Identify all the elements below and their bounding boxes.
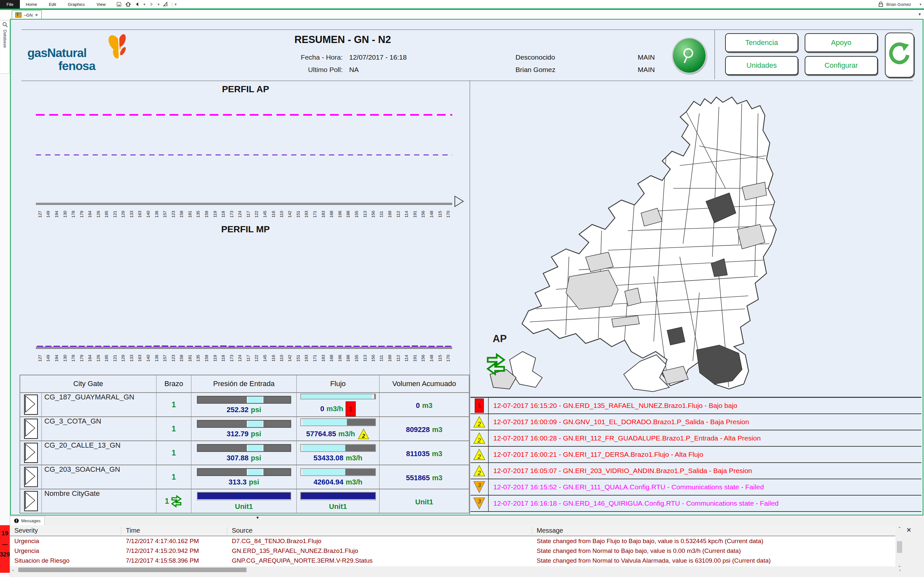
messages-col-header-message[interactable]: Message [532,527,895,534]
x-tick-label: 115 [436,350,444,367]
low-limit-tick [178,346,184,347]
alarm-severity-icon-cell: 3 [470,479,489,495]
bar-slot [252,203,261,204]
alarm-row[interactable]: 212-07-2017 16:00:09 - GN.GNV_101_EL_DOR… [470,414,921,430]
low-limit-tick [162,346,168,347]
low-limit-tick [262,346,268,347]
bar-slot [52,347,61,348]
database-dock-tab[interactable]: Database [1,20,10,74]
messages-tab[interactable]: Messages [10,516,45,525]
svg-text:3: 3 [478,498,481,504]
bar-slot [78,203,86,204]
goto-display-icon[interactable] [24,491,38,511]
message-row[interactable]: Urgencia7/12/2017 4:17:40.162 PMD7.CG_84… [10,536,895,546]
flujo-unit-label: Unit1 [329,502,347,511]
messages-col-header-source[interactable]: Source [227,527,532,534]
row-goto-cell[interactable] [20,417,42,441]
x-tick-label: 173 [228,206,236,223]
menu-item-home[interactable]: Home [20,0,43,8]
tabstrip-dropdown-icon[interactable]: ▾ [918,12,921,17]
swap-icon[interactable] [170,494,183,508]
messages-col-header-time[interactable]: Time [121,527,227,534]
ap-bar [144,203,153,204]
row-goto-cell[interactable] [20,441,42,465]
row-goto-cell[interactable] [20,489,42,513]
x-tick-label: 169 [386,350,394,367]
tab-gn[interactable]: ~GN ✕ [12,10,42,19]
tab-close-icon[interactable]: ✕ [35,13,38,17]
messages-col-header-severity[interactable]: Severity [10,527,121,534]
goto-display-icon[interactable] [24,467,38,487]
forward-dropdown-icon[interactable]: ▾ [158,2,160,6]
low-limit-tick [95,346,102,347]
alarm-row[interactable]: 212-07-2017 16:05:07 - GN.ERI_203_VIDRIO… [470,463,921,479]
splitter-handle[interactable]: ▼ [251,516,264,520]
row-goto-cell[interactable] [20,393,42,417]
back-icon[interactable] [134,1,140,7]
message-row[interactable]: Situacion de Riesgo7/12/2017 4:15:58.396… [10,556,895,566]
low-limit-tick [37,346,43,347]
layer-swap-icon[interactable] [484,351,508,377]
vscroll-thumb[interactable] [897,541,902,553]
message-row[interactable]: Urgencia7/12/2017 4:15:20.942 PMGN.ERD_1… [10,546,895,556]
brazo-cell: 1 [157,393,191,417]
row-goto-cell[interactable] [20,465,42,489]
x-tick-label: 157 [161,206,169,223]
alarm-row[interactable]: 212-07-2017 16:00:28 - GN.ERI_112_FR_GUA… [470,430,921,446]
toolbar-options-icon[interactable]: ▾ [172,2,177,6]
low-limit-tick [237,346,243,347]
ruler-icon[interactable] [163,1,168,7]
user-dropdown-icon[interactable]: ▾ [919,2,921,6]
presion-cell: 313.3psi [191,465,297,489]
messages-vertical-scrollbar[interactable]: ⌃ ⌄ [896,525,903,569]
back-dropdown-icon[interactable]: ▾ [144,2,145,6]
city-map[interactable] [471,48,912,392]
volumen-cell: 811035m3 [380,441,469,465]
messages-close-icon[interactable]: ✕ [906,527,911,533]
scroll-left-icon[interactable]: ‹ [10,567,16,572]
map-layer-label: AP [493,333,507,345]
home-icon[interactable] [125,1,131,7]
ap-bar [111,203,120,204]
bar-slot [69,203,78,204]
alarm-severity-icon-cell: 3 [470,496,489,511]
alarm-row[interactable]: 112-07-2017 16:15:20 - GN.ERD_135_RAFAEL… [470,398,921,414]
ap-bar [344,203,352,204]
goto-display-icon[interactable] [24,443,38,463]
alarm-row[interactable]: 312-07-2017 16:15:52 - GN.ERI_111_QUALA.… [470,479,921,496]
messages-header-row: SeverityTimeSourceMessage [10,525,895,536]
bar-slot [236,203,244,204]
low-limit-tick [412,346,418,347]
ap-bar [161,203,169,204]
menu-item-view[interactable]: View [90,0,111,8]
low-limit-tick [362,346,368,347]
mp-plot-area [36,248,452,349]
ap-bar [411,203,419,204]
alarm-row[interactable]: 312-07-2017 16:16:18 - GN.ERD_146_QUIRIG… [470,496,921,512]
user-box[interactable]: Brian Gomez ▾ [878,0,921,8]
messages-horizontal-scrollbar[interactable]: ‹ › [10,567,895,573]
col-header-3: Flujo [297,376,380,393]
menu-item-file[interactable]: File [0,0,20,8]
bar-slot [244,203,253,204]
hscroll-thumb[interactable] [18,567,247,572]
chart-scroll-button[interactable] [454,195,465,208]
bar-slot [94,347,103,348]
ap-bar [44,203,53,204]
ap-bar [36,203,44,204]
x-tick-label: 129 [119,350,128,367]
goto-display-icon[interactable] [24,395,38,415]
menu-item-edit[interactable]: Edit [43,0,62,8]
scroll-right-icon[interactable]: › [897,567,903,572]
x-tick-label: 151 [294,206,302,223]
save-icon[interactable] [116,1,122,7]
forward-icon[interactable] [149,1,155,7]
alarm-row[interactable]: 212-07-2017 16:00:21 - GN.ERI_117_DERSA.… [470,446,921,463]
x-tick-label: 181 [186,206,194,223]
scroll-up-icon[interactable]: ⌃ [898,526,901,531]
alarm-priority2-icon: 2 [473,464,486,477]
goto-display-icon[interactable] [24,419,38,439]
flow-gap [372,394,374,399]
menu-item-graphics[interactable]: Graphics [62,0,90,8]
volumen-unit-label: m3 [432,474,443,482]
